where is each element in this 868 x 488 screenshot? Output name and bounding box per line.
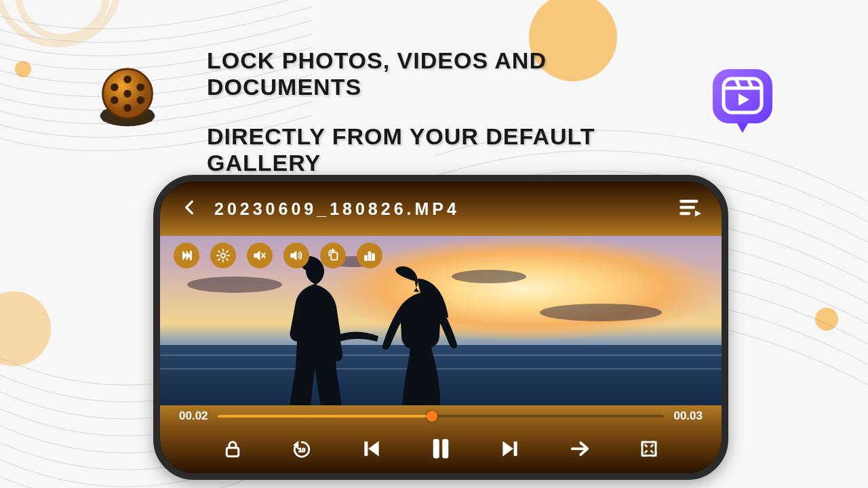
svg-rect-38 [226, 448, 239, 457]
svg-rect-33 [331, 252, 337, 260]
svg-marker-45 [503, 442, 513, 455]
svg-rect-17 [679, 212, 690, 216]
headline-line2: Directly from your Default Gallery [207, 123, 682, 176]
svg-rect-35 [365, 256, 368, 260]
phone-frame: 20230609_180826.MP4 [153, 175, 728, 480]
time-current: 00.02 [179, 409, 208, 423]
svg-point-3 [123, 75, 132, 83]
forward-button[interactable] [566, 434, 594, 463]
svg-line-27 [218, 251, 220, 252]
svg-line-49 [645, 445, 648, 447]
prev-button[interactable] [357, 434, 386, 463]
tool-row [174, 243, 382, 268]
svg-marker-18 [695, 211, 701, 217]
bg-cloud [452, 270, 526, 283]
svg-rect-15 [679, 200, 698, 203]
svg-rect-21 [191, 251, 192, 260]
lock-button[interactable] [218, 434, 247, 463]
svg-rect-41 [365, 442, 368, 455]
bg-cloud [540, 304, 662, 321]
svg-rect-48 [642, 442, 656, 455]
svg-rect-37 [372, 253, 375, 260]
svg-line-28 [226, 259, 228, 260]
svg-point-5 [136, 96, 144, 104]
progress-bar[interactable] [218, 415, 665, 418]
svg-rect-43 [433, 440, 439, 458]
svg-point-7 [111, 96, 119, 104]
settings-icon[interactable] [210, 243, 236, 268]
fullscreen-button[interactable] [635, 434, 663, 463]
time-total: 00.03 [673, 409, 703, 423]
player-bottombar: 00.02 00.03 10 [160, 405, 722, 473]
volume-icon[interactable] [283, 243, 309, 268]
svg-text:10: 10 [298, 446, 306, 453]
reels-badge-icon [709, 65, 776, 133]
progress-row: 00.02 00.03 [179, 409, 703, 423]
svg-rect-36 [368, 252, 371, 261]
mute-icon[interactable] [247, 243, 273, 268]
silhouette-hands [338, 332, 378, 352]
svg-line-51 [645, 451, 648, 453]
svg-marker-19 [183, 251, 187, 260]
transport-row: 10 [179, 423, 703, 470]
svg-marker-42 [369, 442, 378, 455]
svg-rect-44 [443, 440, 448, 458]
back-button[interactable] [180, 199, 198, 219]
rewind10-button[interactable]: 10 [288, 434, 316, 463]
svg-line-50 [650, 445, 653, 447]
rotate-icon[interactable] [320, 243, 346, 268]
svg-line-30 [226, 251, 228, 252]
player-topbar: 20230609_180826.MP4 [160, 182, 722, 236]
progress-fill [218, 415, 432, 418]
video-title: 20230609_180826.MP4 [214, 199, 678, 219]
svg-point-4 [136, 83, 144, 92]
svg-line-52 [650, 451, 653, 453]
svg-point-6 [123, 104, 132, 113]
svg-marker-20 [186, 251, 191, 260]
svg-point-8 [111, 83, 119, 92]
player-screen: 20230609_180826.MP4 [160, 182, 722, 473]
cast-icon[interactable] [174, 243, 199, 268]
svg-line-29 [218, 259, 220, 260]
queue-button[interactable] [678, 198, 701, 220]
svg-point-2 [123, 89, 132, 98]
equalizer-icon[interactable] [357, 243, 382, 268]
headline-line1: Lock Photos, Videos and Documents [207, 47, 682, 100]
film-reel-icon [95, 65, 160, 130]
playpause-button[interactable] [427, 434, 455, 463]
next-button[interactable] [496, 434, 524, 463]
svg-rect-16 [679, 206, 695, 209]
svg-point-22 [221, 253, 225, 258]
progress-thumb[interactable] [427, 411, 437, 422]
svg-rect-46 [515, 442, 517, 455]
